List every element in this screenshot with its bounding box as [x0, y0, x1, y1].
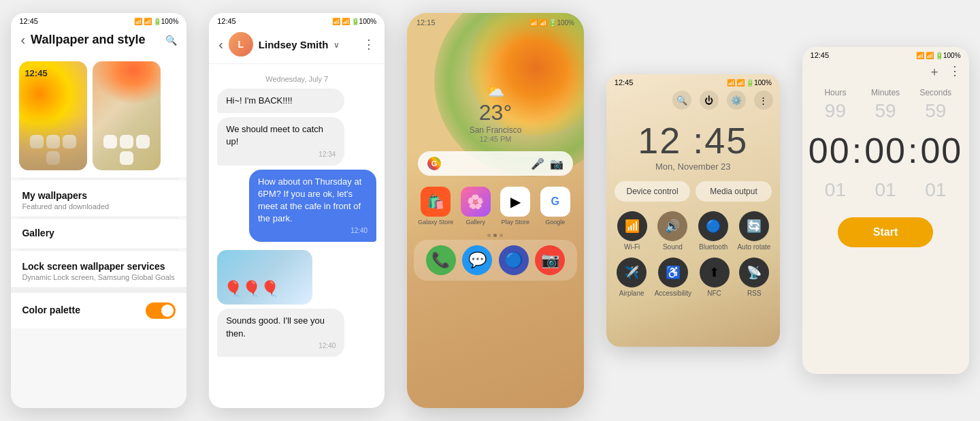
- dock-camera[interactable]: 📷: [534, 245, 566, 275]
- hours-label: Hours: [811, 88, 861, 97]
- lock-clock: 12 :45: [606, 119, 780, 161]
- rss-label: RSS: [747, 290, 762, 297]
- timer-main-display: 00 : 00 : 00: [802, 125, 969, 176]
- bottom-dock: 📞 💬 🔵 📷: [414, 240, 577, 281]
- top-minutes: 59: [860, 100, 911, 122]
- color-toggle[interactable]: [146, 302, 176, 319]
- seconds-label: Seconds: [911, 88, 961, 97]
- date-divider: Wednesday, July 7: [217, 75, 376, 83]
- menu-title-color: Color palette: [22, 305, 80, 315]
- status-bar-1: 12:45 📶 📶 🔋100%: [11, 13, 186, 27]
- dock-samsung[interactable]: 🔵: [497, 245, 530, 275]
- timer-labels: Hours Minutes Seconds: [802, 82, 969, 97]
- camera-icon: 📷: [535, 245, 565, 275]
- dot-2: [493, 234, 497, 237]
- quick-icon-airplane[interactable]: ✈️ Airplane: [615, 258, 649, 297]
- bluetooth-label: Bluetooth: [699, 243, 728, 251]
- bot-minutes: 01: [860, 179, 911, 201]
- timer-bottom-numbers: 01 01 01: [802, 176, 969, 204]
- power-icon-qs[interactable]: ⏻: [700, 91, 719, 110]
- add-timer-icon[interactable]: ＋: [928, 63, 941, 80]
- app-icon-small: [46, 151, 60, 165]
- search-button[interactable]: [165, 34, 177, 46]
- rotate-btn[interactable]: 🔄: [739, 211, 769, 241]
- app-icon-small: [120, 151, 133, 165]
- status-icons-2: 📶 📶 🔋100%: [332, 18, 377, 25]
- message-bubble-1: Hi~! I'm BACK!!!!: [217, 89, 344, 113]
- menu-item-lock[interactable]: Lock screen wallpaper services Dynamic L…: [11, 251, 186, 287]
- wifi-btn[interactable]: 📶: [617, 211, 647, 241]
- chevron-down-icon[interactable]: [333, 38, 340, 50]
- message-text-3: How about on Thursday at 6PM? If you are…: [258, 176, 361, 224]
- media-control-buttons: Device control Media output: [615, 181, 772, 202]
- wifi-icon-4: 📶: [727, 79, 735, 87]
- app-item-gallery[interactable]: 🌸 Gallery: [457, 187, 493, 225]
- search-icon-qs[interactable]: 🔍: [672, 91, 691, 110]
- sound-btn[interactable]: 🔊: [657, 211, 687, 241]
- header-left: Wallpaper and style: [20, 32, 145, 48]
- settings-icon-qs[interactable]: ⚙️: [727, 91, 746, 110]
- app-label-playstore: Play Store: [501, 219, 529, 225]
- timer-seconds: 00: [920, 130, 962, 171]
- dock-phone[interactable]: 📞: [425, 245, 457, 275]
- media-output-btn[interactable]: Media output: [696, 181, 772, 202]
- timer-minutes: 00: [864, 130, 906, 171]
- sound-label: Sound: [663, 243, 683, 251]
- accessibility-label: Accessibility: [655, 290, 691, 297]
- start-button[interactable]: Start: [838, 217, 933, 247]
- battery-icon: 🔋100%: [153, 18, 179, 25]
- menu-item-color[interactable]: Color palette: [11, 293, 186, 328]
- quick-icon-wifi[interactable]: 📶 Wi-Fi: [615, 211, 650, 251]
- message-photo: [217, 250, 312, 305]
- wallpaper-thumb-1[interactable]: 12:45: [19, 61, 87, 170]
- app-item-google[interactable]: G Google: [537, 187, 573, 225]
- mic-icon[interactable]: 🎤: [531, 157, 544, 170]
- dot-1: [487, 234, 491, 237]
- message-bubble-3: How about on Thursday at 6PM? If you are…: [249, 170, 376, 243]
- rss-btn[interactable]: 📡: [739, 258, 769, 287]
- back-button-2[interactable]: [218, 37, 223, 52]
- more-icon-qs[interactable]: ⋮: [754, 91, 773, 110]
- search-bar[interactable]: G 🎤 📷: [418, 151, 573, 176]
- quick-icon-sound[interactable]: 🔊 Sound: [655, 211, 691, 251]
- accessibility-btn[interactable]: ♿: [658, 258, 688, 287]
- bluetooth-btn[interactable]: 🔵: [698, 211, 728, 241]
- home-status-time: 12:15: [416, 18, 436, 27]
- quick-icon-rotate[interactable]: 🔄 Auto rotate: [736, 211, 772, 251]
- nfc-btn[interactable]: ⬆: [700, 258, 730, 287]
- quick-icon-accessibility[interactable]: ♿ Accessibility: [655, 258, 691, 297]
- app-item-playstore[interactable]: ▶ Play Store: [497, 187, 534, 225]
- wifi-icon-2: 📶: [332, 18, 340, 25]
- nfc-label: NFC: [707, 290, 721, 297]
- quick-icon-bluetooth[interactable]: 🔵 Bluetooth: [696, 211, 731, 251]
- more-timer-icon[interactable]: ⋮: [949, 63, 961, 80]
- lens-icon[interactable]: 📷: [550, 157, 564, 170]
- wallpaper-thumb-2[interactable]: [93, 61, 161, 170]
- menu-item-gallery[interactable]: Gallery: [11, 219, 186, 248]
- dock-messages[interactable]: 💬: [461, 245, 493, 275]
- menu-item-my-wallpapers[interactable]: My wallpapers Featured and downloaded: [11, 181, 186, 216]
- minutes-label: Minutes: [860, 88, 911, 97]
- quick-icon-rss[interactable]: 📡 RSS: [737, 258, 772, 297]
- status-icons-4: 📶 📶 🔋100%: [727, 79, 772, 87]
- app-item-galaxy-store[interactable]: 🛍️ Galaxy Store: [418, 187, 454, 225]
- dot-3: [500, 234, 503, 237]
- contact-info[interactable]: L Lindsey Smith: [218, 32, 340, 57]
- quick-icon-nfc[interactable]: ⬆ NFC: [697, 258, 732, 297]
- airplane-btn[interactable]: ✈️: [617, 258, 647, 287]
- back-button[interactable]: [20, 32, 25, 48]
- messages-header: L Lindsey Smith: [209, 27, 385, 64]
- home-battery-icon: 🔋100%: [549, 19, 574, 27]
- page-title: Wallpaper and style: [31, 33, 145, 47]
- messages-panel: 12:45 📶 📶 🔋100% L Lindsey Smith Wednesda…: [209, 13, 385, 408]
- more-options-icon[interactable]: [363, 37, 375, 52]
- app-label-gallery: Gallery: [466, 219, 485, 225]
- message-time-4: 12:40: [226, 341, 336, 351]
- status-time-4: 12:45: [615, 78, 634, 87]
- home-signal-icon: 📶: [539, 19, 547, 27]
- galaxy-store-icon: 🛍️: [421, 187, 451, 217]
- status-icons-1: 📶 📶 🔋100%: [134, 18, 179, 25]
- message-bubble-2: We should meet to catch up! 12:34: [217, 117, 344, 165]
- divider3: [19, 249, 178, 250]
- device-control-btn[interactable]: Device control: [615, 181, 691, 202]
